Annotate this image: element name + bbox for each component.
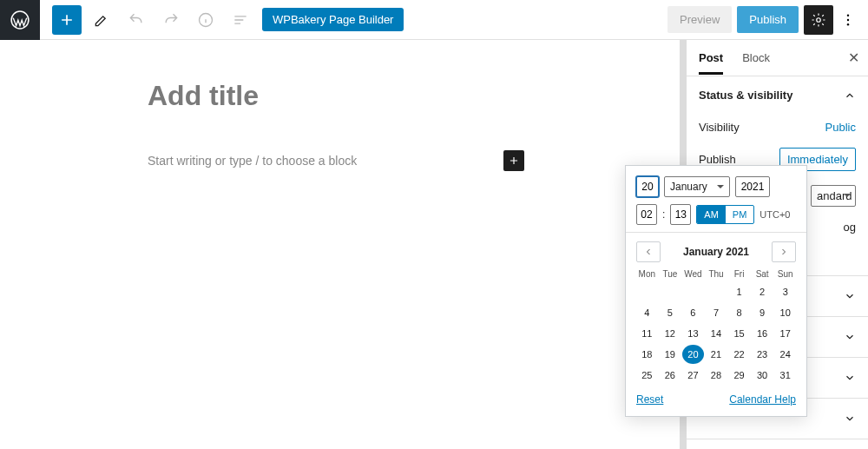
more-options-button[interactable] — [837, 5, 859, 35]
calendar-day[interactable]: 23 — [752, 345, 773, 364]
calendar-day[interactable]: 12 — [660, 324, 681, 343]
close-sidebar-button[interactable]: ✕ — [848, 50, 859, 66]
top-toolbar: WPBakery Page Builder Preview Publish — [0, 0, 868, 40]
undo-icon — [128, 11, 145, 29]
year-input[interactable] — [735, 176, 770, 197]
panel-title: Status & visibility — [699, 89, 792, 102]
timezone-label: UTC+0 — [760, 209, 790, 220]
post-title-input[interactable]: Add title — [148, 80, 686, 112]
hour-input[interactable] — [636, 204, 657, 225]
calendar-day[interactable]: 16 — [752, 324, 773, 343]
calendar-day[interactable]: 18 — [636, 345, 658, 364]
calendar-help-link[interactable]: Calendar Help — [729, 393, 796, 406]
am-option[interactable]: AM — [697, 206, 726, 223]
calendar-day[interactable]: 6 — [682, 303, 704, 322]
calendar-day[interactable]: 20 — [682, 345, 704, 364]
dow-label: Fri — [728, 269, 750, 279]
calendar-day[interactable]: 28 — [706, 366, 727, 385]
chevron-down-icon — [844, 413, 856, 425]
info-icon — [197, 11, 214, 29]
calendar-day[interactable]: 13 — [682, 324, 704, 343]
calendar-day[interactable]: 15 — [728, 324, 750, 343]
chevron-down-icon — [844, 290, 856, 302]
wordpress-logo[interactable] — [0, 0, 40, 40]
svg-point-2 — [817, 17, 821, 22]
calendar-day[interactable]: 27 — [682, 366, 704, 385]
calendar-day[interactable]: 9 — [752, 303, 773, 322]
calendar-day[interactable]: 7 — [706, 303, 727, 322]
day-input[interactable] — [636, 176, 659, 197]
calendar-day[interactable]: 31 — [774, 366, 796, 385]
calendar-day[interactable]: 29 — [728, 366, 750, 385]
calendar-day[interactable]: 26 — [660, 366, 681, 385]
next-month-button[interactable] — [772, 241, 796, 262]
dow-label: Sun — [774, 269, 796, 279]
wordpress-icon — [10, 10, 30, 30]
dow-label: Wed — [682, 269, 704, 279]
prev-month-button[interactable] — [636, 241, 661, 262]
undo-button[interactable] — [122, 5, 151, 35]
arrow-left-icon — [643, 247, 654, 257]
calendar-day[interactable]: 22 — [728, 345, 750, 364]
preview-button[interactable]: Preview — [667, 6, 732, 33]
calendar-day[interactable]: 10 — [774, 303, 796, 322]
chevron-down-icon — [844, 372, 856, 384]
redo-icon — [162, 11, 180, 29]
plus-icon — [508, 155, 520, 167]
add-block-inline-button[interactable] — [503, 150, 524, 171]
collapsed-panel-5[interactable] — [687, 439, 868, 449]
chevron-down-icon — [844, 331, 856, 343]
calendar-day[interactable]: 8 — [728, 303, 750, 322]
pencil-icon — [93, 11, 110, 29]
status-visibility-panel[interactable]: Status & visibility — [687, 76, 868, 114]
calendar-day[interactable]: 14 — [706, 324, 727, 343]
gear-icon — [811, 12, 826, 28]
dow-label: Mon — [636, 269, 658, 279]
visibility-label: Visibility — [699, 121, 740, 134]
calendar-day[interactable]: 17 — [774, 324, 796, 343]
add-block-button[interactable] — [52, 5, 82, 35]
calendar-day[interactable]: 21 — [706, 345, 727, 364]
tab-block[interactable]: Block — [742, 41, 770, 75]
list-icon — [232, 11, 249, 29]
calendar-day[interactable]: 2 — [752, 282, 773, 301]
block-prompt[interactable]: Start writing or type / to choose a bloc… — [148, 154, 357, 168]
dow-label: Tue — [660, 269, 681, 279]
settings-button[interactable] — [804, 5, 833, 35]
month-select[interactable]: January — [664, 176, 730, 197]
post-format-select[interactable]: andard — [811, 185, 856, 207]
minute-input[interactable] — [670, 204, 691, 225]
outline-button[interactable] — [226, 5, 255, 35]
time-colon: : — [662, 208, 665, 221]
publish-label: Publish — [699, 153, 736, 166]
ampm-toggle[interactable]: AM PM — [696, 205, 754, 224]
chevron-up-icon — [844, 89, 856, 102]
plus-icon — [58, 11, 76, 29]
calendar-day[interactable]: 25 — [636, 366, 658, 385]
calendar-day[interactable]: 5 — [660, 303, 681, 322]
edit-button[interactable] — [87, 5, 116, 35]
dots-vertical-icon — [840, 12, 856, 28]
tab-post[interactable]: Post — [699, 41, 723, 75]
dow-label: Thu — [706, 269, 727, 279]
redo-button[interactable] — [156, 5, 186, 35]
pm-option[interactable]: PM — [726, 206, 754, 223]
calendar-title: January 2021 — [683, 246, 749, 258]
calendar-day[interactable]: 19 — [660, 345, 681, 364]
calendar-day[interactable]: 3 — [774, 282, 796, 301]
publish-button[interactable]: Publish — [737, 6, 799, 33]
svg-point-4 — [847, 18, 849, 20]
calendar-day[interactable]: 4 — [636, 303, 658, 322]
wpbakery-button[interactable]: WPBakery Page Builder — [262, 8, 404, 31]
visibility-value[interactable]: Public — [825, 121, 856, 134]
svg-point-3 — [847, 14, 849, 16]
arrow-right-icon — [779, 247, 789, 257]
calendar-day[interactable]: 24 — [774, 345, 796, 364]
calendar-day[interactable]: 11 — [636, 324, 658, 343]
info-button[interactable] — [191, 5, 220, 35]
reset-link[interactable]: Reset — [636, 393, 663, 406]
calendar-day[interactable]: 1 — [728, 282, 750, 301]
calendar-day[interactable]: 30 — [752, 366, 773, 385]
dow-label: Sat — [752, 269, 773, 279]
editor-canvas: Add title Start writing or type / to cho… — [0, 40, 686, 449]
